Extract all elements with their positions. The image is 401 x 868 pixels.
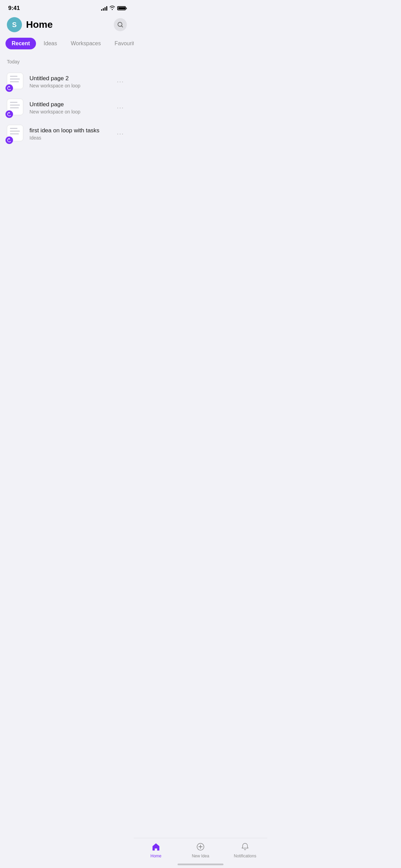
- item-subtitle-2: New workspace on loop: [29, 109, 114, 114]
- status-time: 9:41: [8, 5, 20, 12]
- tab-favourites[interactable]: Favourites: [108, 38, 134, 49]
- list-item[interactable]: first idea on loop with tasks Ideas ···: [0, 121, 134, 147]
- item-subtitle-3: Ideas: [29, 135, 114, 141]
- item-title-2: Untitled page: [29, 101, 114, 108]
- list-item[interactable]: Untitled page 2 New workspace on loop ··…: [0, 69, 134, 95]
- content-area: Today Untitled page 2 New workspace on l…: [0, 53, 134, 181]
- item-text-3: first idea on loop with tasks Ideas: [29, 127, 114, 141]
- item-more-2[interactable]: ···: [114, 101, 127, 114]
- tab-workspaces[interactable]: Workspaces: [65, 38, 107, 49]
- item-title-1: Untitled page 2: [29, 75, 114, 82]
- item-icon-2: [7, 99, 25, 117]
- battery-icon: [117, 6, 127, 10]
- loop-badge-1: [5, 84, 13, 92]
- item-subtitle-1: New workspace on loop: [29, 83, 114, 88]
- item-text-2: Untitled page New workspace on loop: [29, 101, 114, 114]
- status-bar: 9:41: [0, 0, 134, 14]
- avatar[interactable]: S: [7, 17, 22, 32]
- loop-badge-2: [5, 110, 13, 118]
- header-left: S Home: [7, 17, 53, 32]
- header: S Home: [0, 14, 134, 36]
- status-icons: [101, 5, 127, 11]
- item-icon-1: [7, 73, 25, 91]
- svg-line-1: [122, 26, 123, 27]
- page-title: Home: [26, 19, 53, 30]
- item-icon-3: [7, 125, 25, 143]
- tab-recent[interactable]: Recent: [5, 38, 36, 49]
- signal-icon: [101, 6, 107, 11]
- tab-ideas[interactable]: Ideas: [37, 38, 63, 49]
- item-title-3: first idea on loop with tasks: [29, 127, 114, 134]
- item-text-1: Untitled page 2 New workspace on loop: [29, 75, 114, 88]
- wifi-icon: [109, 5, 115, 11]
- item-more-3[interactable]: ···: [114, 128, 127, 140]
- list-item[interactable]: Untitled page New workspace on loop ···: [0, 95, 134, 121]
- loop-badge-3: [5, 136, 13, 144]
- tab-bar: Recent Ideas Workspaces Favourites: [0, 36, 134, 53]
- search-icon: [117, 21, 124, 28]
- section-today-label: Today: [0, 56, 134, 69]
- search-button[interactable]: [114, 18, 127, 31]
- item-more-1[interactable]: ···: [114, 75, 127, 88]
